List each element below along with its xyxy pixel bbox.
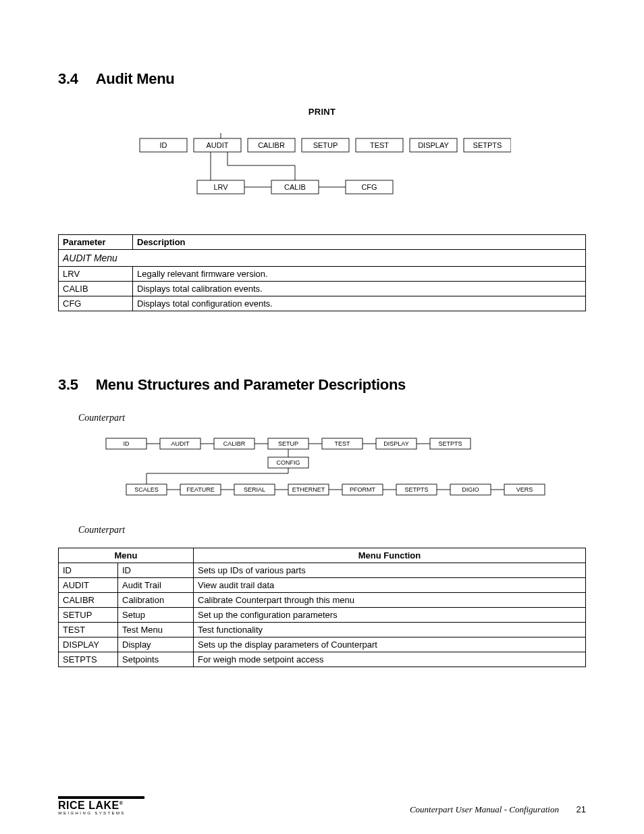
heading-3-5: 3.5Menu Structures and Parameter Descrip… [58, 376, 586, 394]
section-title: Menu Structures and Parameter Descriptio… [96, 376, 406, 393]
section35-subtitle: Counterpart [78, 413, 586, 423]
fig2-top-5: DISPLAY [383, 440, 408, 447]
desc-cell: Displays total configuration events. [133, 296, 586, 311]
fig1-top-4: TEST [370, 141, 389, 149]
fig2-top-6: SETPTS [438, 440, 462, 447]
fig2-mid: CONFIG [277, 459, 300, 466]
heading-3-4: 3.4Audit Menu [58, 70, 586, 88]
menu-func-cell: View audit trail data [194, 578, 586, 593]
param-cell: LRV [59, 267, 133, 282]
table-row: CALIBRCalibrationCalibrate Counterpart t… [59, 593, 586, 608]
table-row: TESTTest MenuTest functionality [59, 623, 586, 637]
menu-name-cell: ID [118, 563, 194, 578]
figure-menu-structure: ID AUDIT CALIBR SETUP TEST DISPLAY SETPT… [58, 436, 586, 500]
fig2-top-4: TEST [334, 440, 350, 447]
footer-right: Counterpart User Manual - Configuration … [410, 804, 586, 815]
section-number: 3.4 [58, 70, 78, 87]
fig1-child-0: LRV [213, 183, 228, 191]
table2-h0: Menu [59, 548, 194, 563]
menu-name-cell: Calibration [118, 593, 194, 608]
menu-func-cell: Set up the configuration parameters [194, 608, 586, 623]
brand-logo: RICE LAKE® WEIGHING SYSTEMS [58, 796, 144, 815]
print-root-label: PRINT [58, 107, 586, 117]
menu-func-cell: Test functionality [194, 623, 586, 637]
fig2-top-3: SETUP [278, 440, 298, 447]
fig2-bot-5: SETPTS [404, 486, 428, 493]
section-number: 3.5 [58, 376, 78, 393]
table-row: DISPLAYDisplaySets up the display parame… [59, 637, 586, 652]
footer-doc-title: Counterpart User Manual - Configuration [410, 804, 559, 814]
fig2-bot-4: PFORMT [350, 486, 375, 493]
menu-name-cell: Test Menu [118, 623, 194, 637]
fig1-top-1: AUDIT [207, 141, 229, 149]
fig2-top-1: AUDIT [171, 440, 190, 447]
menu-name-cell: Audit Trail [118, 578, 194, 593]
fig1-top-2: CALIBR [258, 141, 285, 149]
desc-cell: Legally relevant firmware version. [133, 267, 586, 282]
page-footer: RICE LAKE® WEIGHING SYSTEMS Counterpart … [58, 796, 586, 815]
fig2-bot-0: SCALES [134, 486, 159, 493]
page-number: 21 [576, 804, 586, 814]
table-row: SETPTSSetpointsFor weigh mode setpoint a… [59, 652, 586, 667]
table-row: IDIDSets up IDs of various parts [59, 563, 586, 578]
param-cell: CALIB [59, 282, 133, 296]
menu-name-cell: Display [118, 637, 194, 652]
table-row: CALIBDisplays total calibration events. [59, 282, 586, 296]
menu-code-cell: AUDIT [59, 578, 118, 593]
fig2-bot-3: ETHERNET [292, 486, 325, 493]
fig2-top-0: ID [124, 440, 130, 447]
fig2-bot-7: VERS [516, 486, 533, 493]
audit-menu-table: AUDIT Menu Parameter Description LRVLega… [58, 234, 586, 311]
section-title: Audit Menu [96, 70, 175, 87]
table-row: CFGDisplays total configuration events. [59, 296, 586, 311]
fig1-top-0: ID [160, 141, 167, 149]
menu-code-cell: ID [59, 563, 118, 578]
fig2-subtitle: Counterpart [78, 525, 586, 536]
menu-func-cell: Sets up IDs of various parts [194, 563, 586, 578]
fig1-top-3: SETUP [313, 141, 338, 149]
menu-code-cell: SETPTS [59, 652, 118, 667]
table1-h1: Description [133, 235, 586, 250]
table-row: SETUPSetupSet up the configuration param… [59, 608, 586, 623]
table1-caption: AUDIT Menu [59, 250, 586, 267]
fig1-top-6: SETPTS [473, 141, 502, 149]
table2-h1: Menu Function [194, 548, 586, 563]
table-row: AUDITAudit TrailView audit trail data [59, 578, 586, 593]
table1-h0: Parameter [59, 235, 133, 250]
fig1-top-5: DISPLAY [418, 141, 449, 149]
fig2-bot-2: SERIAL [244, 486, 265, 493]
figure-audit-hierarchy: PRINT ID AUDIT CALIBR SETUP TEST DISPLAY [58, 107, 586, 207]
menu-code-cell: TEST [59, 623, 118, 637]
menu-func-cell: For weigh mode setpoint access [194, 652, 586, 667]
fig2-top-2: CALIBR [223, 440, 246, 447]
fig1-child-2: CFG [361, 183, 377, 191]
menu-func-cell: Calibrate Counterpart through this menu [194, 593, 586, 608]
fig2-bot-1: FEATURE [186, 486, 214, 493]
desc-cell: Displays total calibration events. [133, 282, 586, 296]
param-cell: CFG [59, 296, 133, 311]
menu-code-cell: DISPLAY [59, 637, 118, 652]
menu-func-cell: Sets up the display parameters of Counte… [194, 637, 586, 652]
menu-summary-table: Menu Menu Function IDIDSets up IDs of va… [58, 548, 586, 667]
fig1-child-1: CALIB [284, 183, 306, 191]
menu-code-cell: CALIBR [59, 593, 118, 608]
menu-code-cell: SETUP [59, 608, 118, 623]
table-row: LRVLegally relevant firmware version. [59, 267, 586, 282]
menu-name-cell: Setup [118, 608, 194, 623]
menu-name-cell: Setpoints [118, 652, 194, 667]
fig2-bot-6: DIGIO [462, 486, 479, 493]
